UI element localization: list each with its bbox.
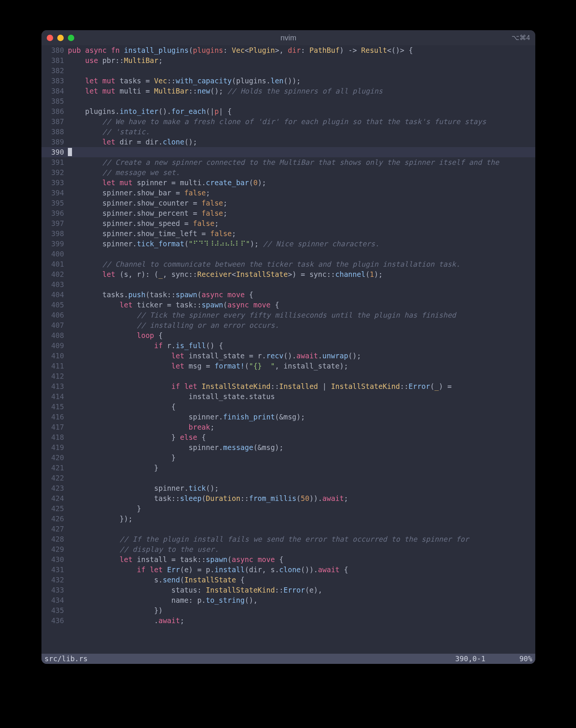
code-line[interactable]: 397 spinner.show_speed = false; bbox=[41, 218, 535, 229]
code-line[interactable]: 386 plugins.into_iter().for_each(|p| { bbox=[41, 106, 535, 117]
line-number: 422 bbox=[41, 473, 68, 483]
close-window-button[interactable] bbox=[47, 35, 53, 41]
line-number: 386 bbox=[41, 106, 68, 117]
code-line[interactable]: 391 // Create a new spinner connected to… bbox=[41, 157, 535, 167]
code-line[interactable]: 427 bbox=[41, 524, 535, 534]
code-content: let install = task::spawn(async move { bbox=[68, 554, 535, 565]
editor-area[interactable]: 380pub async fn install_plugins(plugins:… bbox=[41, 45, 535, 664]
code-line[interactable]: 430 let install = task::spawn(async move… bbox=[41, 554, 535, 565]
code-line[interactable]: 411 let msg = format!("{} ", install_sta… bbox=[41, 361, 535, 371]
code-content: // Create a new spinner connected to the… bbox=[68, 157, 535, 167]
code-content: spinner.message(&msg); bbox=[68, 442, 535, 453]
line-number: 435 bbox=[41, 605, 68, 616]
minimize-window-button[interactable] bbox=[57, 35, 64, 41]
code-line[interactable]: 408 loop { bbox=[41, 330, 535, 341]
code-line[interactable]: 426 }); bbox=[41, 514, 535, 524]
code-line[interactable]: 435 }) bbox=[41, 605, 535, 616]
code-content: .await; bbox=[68, 616, 535, 626]
code-line[interactable]: 412 bbox=[41, 371, 535, 381]
line-number: 389 bbox=[41, 137, 68, 147]
code-content bbox=[68, 147, 535, 157]
code-content: spinner.show_percent = false; bbox=[68, 208, 535, 218]
code-content: let install_state = r.recv().await.unwra… bbox=[68, 351, 535, 361]
code-line[interactable]: 417 break; bbox=[41, 422, 535, 432]
code-line[interactable]: 423 spinner.tick(); bbox=[41, 483, 535, 493]
code-line[interactable]: 422 bbox=[41, 473, 535, 483]
code-line[interactable]: 433 status: InstallStateKind::Error(e), bbox=[41, 585, 535, 595]
code-line[interactable]: 407 // installing or an error occurs. bbox=[41, 320, 535, 330]
code-line[interactable]: 413 if let InstallStateKind::Installed |… bbox=[41, 381, 535, 392]
code-content bbox=[68, 473, 535, 483]
code-line[interactable]: 395 spinner.show_counter = false; bbox=[41, 198, 535, 208]
code-line[interactable]: 401 // Channel to communicate between th… bbox=[41, 259, 535, 269]
code-content: install_state.status bbox=[68, 392, 535, 402]
code-content: }) bbox=[68, 605, 535, 616]
code-content: // display to the user. bbox=[68, 544, 535, 554]
code-line[interactable]: 387 // We have to make a fresh clone of … bbox=[41, 117, 535, 127]
code-line[interactable]: 380pub async fn install_plugins(plugins:… bbox=[41, 45, 535, 55]
line-number: 411 bbox=[41, 361, 68, 371]
code-content bbox=[68, 249, 535, 259]
code-line[interactable]: 405 let ticker = task::spawn(async move … bbox=[41, 300, 535, 310]
code-line[interactable]: 436 .await; bbox=[41, 616, 535, 626]
code-line[interactable]: 434 name: p.to_string(), bbox=[41, 595, 535, 605]
code-line[interactable]: 416 spinner.finish_print(&msg); bbox=[41, 412, 535, 422]
code-line[interactable]: 410 let install_state = r.recv().await.u… bbox=[41, 351, 535, 361]
code-line[interactable]: 389 let dir = dir.clone(); bbox=[41, 137, 535, 147]
line-number: 418 bbox=[41, 432, 68, 442]
code-line[interactable]: 404 tasks.push(task::spawn(async move { bbox=[41, 290, 535, 300]
code-line[interactable]: 429 // display to the user. bbox=[41, 544, 535, 554]
code-line[interactable]: 402 let (s, r): (_, sync::Receiver<Insta… bbox=[41, 269, 535, 280]
code-line[interactable]: 425 } bbox=[41, 504, 535, 514]
code-content: s.send(InstallState { bbox=[68, 575, 535, 585]
code-line[interactable]: 424 task::sleep(Duration::from_millis(50… bbox=[41, 493, 535, 504]
code-viewport[interactable]: 380pub async fn install_plugins(plugins:… bbox=[41, 45, 535, 654]
code-content: let ticker = task::spawn(async move { bbox=[68, 300, 535, 310]
code-content bbox=[68, 371, 535, 381]
line-number: 429 bbox=[41, 544, 68, 554]
code-line[interactable]: 385 bbox=[41, 96, 535, 106]
line-number: 420 bbox=[41, 453, 68, 463]
code-line[interactable]: 399 spinner.tick_format("⠋⠙⠹⠸⠼⠴⠦⠧⠇⠏"); /… bbox=[41, 239, 535, 249]
code-line[interactable]: 400 bbox=[41, 249, 535, 259]
code-line[interactable]: 406 // Tick the spinner every fifty mill… bbox=[41, 310, 535, 320]
code-line[interactable]: 409 if r.is_full() { bbox=[41, 341, 535, 351]
code-line[interactable]: 415 { bbox=[41, 402, 535, 412]
code-line[interactable]: 432 s.send(InstallState { bbox=[41, 575, 535, 585]
zoom-window-button[interactable] bbox=[68, 35, 74, 41]
code-line[interactable]: 428 // If the plugin install fails we se… bbox=[41, 534, 535, 544]
line-number: 398 bbox=[41, 229, 68, 239]
code-line[interactable]: 403 bbox=[41, 280, 535, 290]
code-line[interactable]: 381 use pbr::MultiBar; bbox=[41, 55, 535, 66]
line-number: 404 bbox=[41, 290, 68, 300]
code-line[interactable]: 394 spinner.show_bar = false; bbox=[41, 188, 535, 198]
code-line[interactable]: 393 let mut spinner = multi.create_bar(0… bbox=[41, 178, 535, 188]
code-line[interactable]: 419 spinner.message(&msg); bbox=[41, 442, 535, 453]
code-line[interactable]: 396 spinner.show_percent = false; bbox=[41, 208, 535, 218]
code-content: spinner.show_counter = false; bbox=[68, 198, 535, 208]
code-line[interactable]: 431 if let Err(e) = p.install(dir, s.clo… bbox=[41, 565, 535, 575]
code-line[interactable]: 390 bbox=[41, 147, 535, 157]
code-line[interactable]: 392 // message we set. bbox=[41, 167, 535, 178]
line-number: 381 bbox=[41, 55, 68, 66]
code-line[interactable]: 414 install_state.status bbox=[41, 392, 535, 402]
code-line[interactable]: 382 bbox=[41, 66, 535, 76]
code-content: // Tick the spinner every fifty millisec… bbox=[68, 310, 535, 320]
code-content: // We have to make a fresh clone of 'dir… bbox=[68, 117, 535, 127]
code-line[interactable]: 418 } else { bbox=[41, 432, 535, 442]
code-line[interactable]: 388 // 'static. bbox=[41, 127, 535, 137]
code-line[interactable]: 420 } bbox=[41, 453, 535, 463]
code-line[interactable]: 383 let mut tasks = Vec::with_capacity(p… bbox=[41, 76, 535, 86]
line-number: 390 bbox=[41, 147, 68, 157]
code-line[interactable]: 421 } bbox=[41, 463, 535, 473]
code-content: } bbox=[68, 453, 535, 463]
code-content: spinner.show_time_left = false; bbox=[68, 229, 535, 239]
code-content: tasks.push(task::spawn(async move { bbox=[68, 290, 535, 300]
code-line[interactable]: 384 let mut multi = MultiBar::new(); // … bbox=[41, 86, 535, 96]
code-content: if let InstallStateKind::Installed | Ins… bbox=[68, 381, 535, 392]
line-number: 431 bbox=[41, 565, 68, 575]
code-line[interactable]: 398 spinner.show_time_left = false; bbox=[41, 229, 535, 239]
code-content: let mut spinner = multi.create_bar(0); bbox=[68, 178, 535, 188]
line-number: 419 bbox=[41, 442, 68, 453]
code-content: } bbox=[68, 463, 535, 473]
